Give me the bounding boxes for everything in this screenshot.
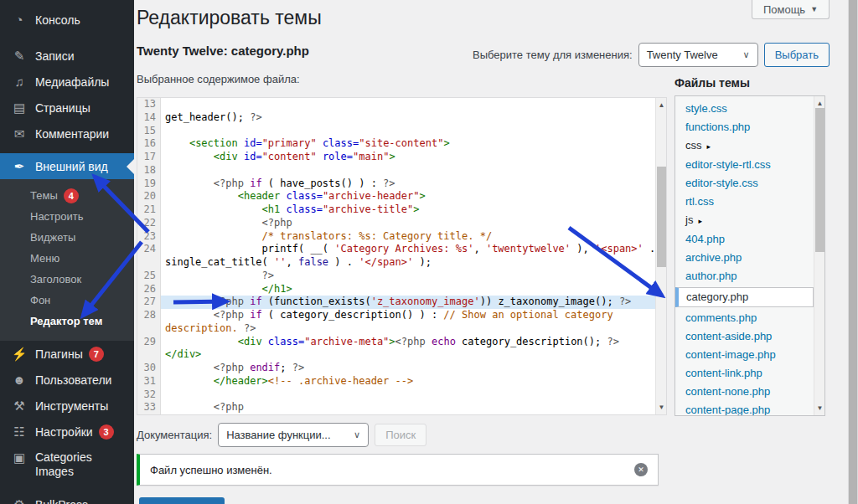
sidebar-item-media[interactable]: ♫Медиафайлы xyxy=(0,69,134,95)
code-text: description. ?> xyxy=(161,322,655,336)
scroll-down-icon[interactable]: ▼ xyxy=(814,403,825,414)
sidebar-item-dashboard[interactable]: ◔Консоль xyxy=(0,7,134,33)
sidebar-item-appearance[interactable]: ✒Внешний вид xyxy=(0,153,134,179)
code-line: 20 <header class="archive-header"> xyxy=(137,190,655,203)
code-text: <div id="content" role="main"> xyxy=(161,151,655,164)
line-number: 22 xyxy=(137,217,161,230)
code-line: 26 </h1> xyxy=(137,283,655,296)
code-line: </div> xyxy=(137,348,655,362)
function-name-dropdown[interactable]: Название функции... ∨ xyxy=(218,423,369,447)
sidebar-subitem-label: Фон xyxy=(30,294,50,306)
theme-select-label: Выберите тему для изменения: xyxy=(473,49,633,61)
theme-select-dropdown[interactable]: Twenty Twelve ∨ xyxy=(638,43,758,67)
file-item-content-none-php[interactable]: content-none.php xyxy=(675,383,814,401)
code-text: </h1> xyxy=(161,283,655,296)
file-item-editor-style-css[interactable]: editor-style.css xyxy=(675,174,814,193)
code-line: single_cat_title( '', false ) . '</span>… xyxy=(137,256,655,270)
file-item-content-image-php[interactable]: content-image.php xyxy=(675,346,814,364)
page-scrollbar-thumb[interactable] xyxy=(849,0,857,504)
sidebar-item-label: BulkPress xyxy=(35,498,88,504)
file-item-editor-style-rtl-css[interactable]: editor-style-rtl.css xyxy=(675,156,814,174)
chevron-down-icon: ∨ xyxy=(354,429,360,440)
sidebar-subitem-редактор-тем[interactable]: Редактор тем xyxy=(0,311,134,332)
sidebar-item-settings[interactable]: ☷Настройки3 xyxy=(0,419,134,445)
code-line: 33 <?php xyxy=(137,401,655,414)
sidebar-subitem-меню[interactable]: Меню xyxy=(0,248,134,269)
sidebar-item-users[interactable]: ☻Пользователи xyxy=(0,367,134,393)
help-button-label: Помощь xyxy=(763,3,805,16)
dismiss-icon[interactable]: ✕ xyxy=(634,463,648,476)
chevron-down-icon: ▼ xyxy=(810,5,818,13)
sidebar-item-posts[interactable]: ✎Записи xyxy=(0,43,134,69)
sidebar-subitem-настроить[interactable]: Настроить xyxy=(0,206,134,227)
file-item-archive-php[interactable]: archive.php xyxy=(675,249,814,267)
file-item-functions-php[interactable]: functions.php xyxy=(675,118,814,136)
line-number: 26 xyxy=(137,283,161,296)
line-number: 27 xyxy=(137,296,161,309)
sidebar-item-plugins[interactable]: ⚡Плагины7 xyxy=(0,341,134,367)
file-item-content-link-php[interactable]: content-link.php xyxy=(675,364,814,383)
file-item-css[interactable]: css▸ xyxy=(675,136,814,156)
file-item-rtl-css[interactable]: rtl.css xyxy=(675,193,814,211)
sidebar-subitem-темы[interactable]: Темы4 xyxy=(0,185,134,206)
code-line: 28 <?php if ( category_description() ) :… xyxy=(137,309,655,322)
code-line: 21 <h1 class="archive-title"> xyxy=(137,203,655,217)
file-item-comments-php[interactable]: comments.php xyxy=(675,309,814,327)
code-line: 14get_header(); ?> xyxy=(137,111,655,125)
sidebar-item-label: Записи xyxy=(35,49,74,63)
file-name: style.css xyxy=(685,102,727,115)
file-item-author-php[interactable]: author.php xyxy=(675,267,814,285)
help-button[interactable]: Помощь ▼ xyxy=(752,0,830,19)
code-text: <section id="primary" class="site-conten… xyxy=(161,137,655,151)
line-number xyxy=(137,256,161,270)
sidebar-item-label: Комментарии xyxy=(35,127,109,141)
sidebar-item-categories-images[interactable]: ▣Categories Images xyxy=(0,445,134,485)
scroll-down-icon[interactable]: ▼ xyxy=(656,402,667,413)
sidebar-subitem-заголовок[interactable]: Заголовок xyxy=(0,269,134,290)
sidebar-item-bulkpress[interactable]: ⚙BulkPress xyxy=(0,491,134,504)
code-text xyxy=(161,98,655,111)
file-item-style-css[interactable]: style.css xyxy=(675,100,814,118)
plugin-icon: ⚡ xyxy=(10,347,28,362)
sidebar-item-comments[interactable]: ✉Комментарии xyxy=(0,121,134,147)
files-scrollbar-thumb[interactable] xyxy=(815,108,824,252)
sidebar-subitem-виджеты[interactable]: Виджеты xyxy=(0,227,134,248)
file-item-js[interactable]: js▸ xyxy=(675,211,814,230)
code-line: 30 <?php endif; ?> xyxy=(137,362,655,375)
files-scrollbar[interactable]: ▲ ▼ xyxy=(814,96,824,415)
sidebar-item-tools[interactable]: ⚒Инструменты xyxy=(0,393,134,419)
sidebar-subitem-фон[interactable]: Фон xyxy=(0,290,134,311)
function-name-value: Название функции... xyxy=(226,429,330,441)
sidebar-item-label: Консоль xyxy=(35,13,80,27)
page-scrollbar[interactable] xyxy=(848,0,858,504)
count-badge: 7 xyxy=(89,347,104,362)
code-editor[interactable]: 1314get_header(); ?>1516 <section id="pr… xyxy=(137,97,667,415)
code-line: 16 <section id="primary" class="site-con… xyxy=(137,137,655,151)
file-item-404-php[interactable]: 404.php xyxy=(675,230,814,249)
code-text: /* translators: %s: Category title. */ xyxy=(161,230,655,244)
file-item-content-page-php[interactable]: content-page.php xyxy=(675,401,814,416)
file-name: js xyxy=(685,213,693,226)
sidebar-item-label: Инструменты xyxy=(35,399,108,413)
chevron-down-icon: ∨ xyxy=(743,49,750,60)
sidebar-item-label: Внешний вид xyxy=(35,160,108,173)
success-notice: Файл успешно изменён. ✕ xyxy=(137,454,659,486)
sidebar-item-label: Страницы xyxy=(35,101,90,115)
code-text: <div class="archive-meta"><?php echo cat… xyxy=(161,336,655,349)
search-docs-button[interactable]: Поиск xyxy=(375,424,426,446)
update-file-button[interactable] xyxy=(139,497,225,504)
code-line-highlighted: 27 <?php if (function_exists('z_taxonomy… xyxy=(137,296,655,309)
editor-scrollbar[interactable]: ▲ ▼ xyxy=(655,98,666,414)
file-item-content-aside-php[interactable]: content-aside.php xyxy=(675,327,814,346)
user-icon: ☻ xyxy=(10,373,28,387)
file-item-selected-category-php[interactable]: category.php xyxy=(675,287,814,307)
scroll-up-icon[interactable]: ▲ xyxy=(656,100,667,111)
line-number: 18 xyxy=(137,164,161,177)
count-badge: 3 xyxy=(99,424,114,440)
sidebar-item-pages[interactable]: ▤Страницы xyxy=(0,95,134,121)
line-number: 33 xyxy=(137,401,161,414)
select-theme-button[interactable]: Выбрать xyxy=(764,43,830,67)
code-text: <?php xyxy=(161,217,655,230)
editor-scrollbar-thumb[interactable] xyxy=(657,167,666,267)
file-name: css xyxy=(685,139,702,152)
